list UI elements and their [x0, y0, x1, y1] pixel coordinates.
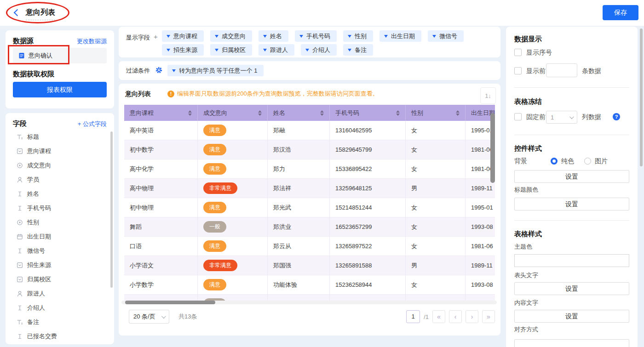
- last-page-button[interactable]: »: [482, 310, 495, 323]
- field-item[interactable]: 标题: [13, 130, 108, 144]
- fields-scrollbar[interactable]: [110, 131, 113, 288]
- field-item[interactable]: 备注: [13, 315, 108, 329]
- change-datasource-link[interactable]: 更改数据源: [77, 37, 107, 46]
- display-field-tag[interactable]: 姓名: [259, 30, 288, 42]
- display-field-tag-label: 手机号码: [306, 32, 330, 40]
- field-item[interactable]: 介绍人: [13, 301, 108, 315]
- text-field-icon: [17, 305, 23, 311]
- column-header[interactable]: 成交意向: [198, 105, 268, 121]
- field-item[interactable]: 微信号: [13, 244, 108, 258]
- filter-condition-tag[interactable]: 转为意向学员 等于任意一个 1: [167, 65, 264, 76]
- sort-order-tool[interactable]: 1↓: [480, 87, 496, 104]
- column-header[interactable]: 手机号码: [330, 105, 406, 121]
- table-cell: [406, 295, 466, 301]
- table-row: 高中化学满意郑力15336895422女1981-06: [124, 159, 495, 179]
- header-text-set-button[interactable]: 设置: [514, 282, 629, 295]
- table-freeze-title: 表格冻结: [514, 97, 542, 106]
- display-field-tag-label: 微信号: [439, 32, 457, 40]
- table-cell: 口语: [124, 237, 198, 256]
- table-horizontal-scrollbar[interactable]: [121, 301, 497, 304]
- scrollbar-thumb[interactable]: [125, 301, 215, 304]
- preview-table: 意向课程成交意向姓名手机号码性别出生日期 高中英语满意郑融13160462595…: [124, 105, 495, 301]
- table-row: 口语满意郑云从13265897522女1981-06: [124, 237, 495, 256]
- show-first-checkbox[interactable]: [514, 67, 522, 74]
- theme-color-swatch[interactable]: [514, 254, 629, 267]
- fix-columns-checkbox[interactable]: [514, 113, 522, 120]
- show-index-label: 显示序号: [526, 49, 552, 57]
- display-field-tag[interactable]: 招生来源: [162, 44, 204, 56]
- report-permission-button[interactable]: 报表权限: [13, 82, 107, 97]
- add-formula-field-link[interactable]: + 公式字段: [78, 120, 107, 128]
- sort-icon[interactable]: [396, 110, 400, 116]
- filter-card: 过滤条件 转为意向学员 等于任意一个 1: [119, 61, 500, 80]
- intent-cell: 一般: [198, 295, 268, 301]
- radio-field-icon: [17, 219, 23, 226]
- display-field-tag[interactable]: 跟进人: [259, 44, 294, 56]
- display-field-tag[interactable]: 归属校区: [210, 44, 252, 56]
- display-field-tag[interactable]: 性别: [343, 30, 373, 42]
- table-cell: [124, 295, 198, 301]
- display-field-tag-label: 招生来源: [173, 46, 197, 54]
- table-cell: 郑融: [268, 121, 330, 140]
- field-item[interactable]: 手机号码: [13, 201, 108, 215]
- background-set-button[interactable]: 设置: [514, 170, 629, 183]
- field-item[interactable]: 招生来源: [13, 258, 108, 272]
- table-vertical-scrollbar[interactable]: [490, 113, 495, 183]
- table-cell: [330, 295, 406, 301]
- sort-icon[interactable]: [456, 110, 460, 116]
- column-header[interactable]: 性别: [406, 105, 466, 121]
- save-button[interactable]: 保存: [603, 5, 638, 20]
- table-cell: 女: [406, 121, 466, 140]
- intent-badge: 满意: [203, 279, 226, 290]
- solid-color-radio[interactable]: [551, 158, 558, 165]
- display-fields-label: 显示字段: [126, 34, 150, 42]
- display-field-tag[interactable]: 出生日期: [380, 30, 421, 42]
- sort-icon[interactable]: [258, 110, 262, 116]
- display-field-tag[interactable]: 手机号码: [295, 30, 337, 42]
- datasource-item[interactable]: 意向确认: [13, 48, 107, 63]
- display-field-tag[interactable]: 成交意向: [210, 30, 252, 42]
- show-index-checkbox[interactable]: [514, 49, 522, 56]
- table-cell: 女: [406, 159, 466, 179]
- title-field-icon: [17, 134, 23, 140]
- field-item[interactable]: 归属校区: [13, 272, 108, 286]
- field-item[interactable]: 学员: [13, 172, 108, 187]
- current-page-box[interactable]: 1: [406, 310, 420, 323]
- field-item[interactable]: 意向课程: [13, 144, 108, 158]
- column-header[interactable]: 意向课程: [124, 105, 198, 121]
- content-text-set-button[interactable]: 设置: [514, 310, 629, 323]
- image-radio[interactable]: [584, 158, 591, 165]
- table-row: 小学数学满意功能体验15236258944女1993-08: [124, 275, 495, 295]
- select-field-icon: [17, 262, 23, 268]
- field-item[interactable]: 跟进人: [13, 286, 108, 301]
- show-first-input[interactable]: [546, 63, 577, 77]
- add-display-field-button[interactable]: +: [154, 33, 158, 40]
- sort-icon[interactable]: [188, 110, 192, 116]
- field-item[interactable]: 出生日期: [13, 229, 108, 244]
- field-item[interactable]: 成交意向: [13, 158, 108, 172]
- back-icon[interactable]: [14, 9, 21, 17]
- field-item[interactable]: 已报名交费: [13, 329, 108, 343]
- prev-page-button[interactable]: ‹: [449, 310, 462, 323]
- field-item[interactable]: 性别: [13, 215, 108, 229]
- next-page-button[interactable]: ›: [466, 310, 478, 323]
- settings-panel: 数据显示 显示序号 显示前 条数据 表格冻结 固定前 1 列数据 ? 控件样式 …: [506, 27, 638, 347]
- help-icon[interactable]: ?: [613, 113, 620, 120]
- align-control-cutoff[interactable]: [514, 339, 629, 347]
- display-field-tag[interactable]: 意向课程: [162, 30, 204, 42]
- field-item[interactable]: 姓名: [13, 187, 108, 201]
- display-field-tag[interactable]: 介绍人: [301, 44, 337, 56]
- sort-icon[interactable]: [320, 110, 324, 116]
- display-field-tag[interactable]: 微信号: [428, 30, 464, 42]
- page-scrollbar[interactable]: [640, 28, 643, 166]
- warning-icon: !: [167, 91, 174, 97]
- table-cell: 男: [406, 256, 466, 275]
- column-header[interactable]: 姓名: [268, 105, 330, 121]
- fix-columns-select[interactable]: 1: [546, 111, 577, 124]
- datasource-card: 数据源 更改数据源 意向确认 数据获取权限 报表权限: [6, 30, 114, 108]
- display-field-tag[interactable]: 备注: [343, 44, 373, 56]
- first-page-button[interactable]: «: [432, 310, 445, 323]
- page-size-select[interactable]: 20 条/页: [129, 310, 169, 324]
- title-color-set-button[interactable]: 设置: [514, 198, 629, 210]
- gear-icon[interactable]: [155, 67, 162, 74]
